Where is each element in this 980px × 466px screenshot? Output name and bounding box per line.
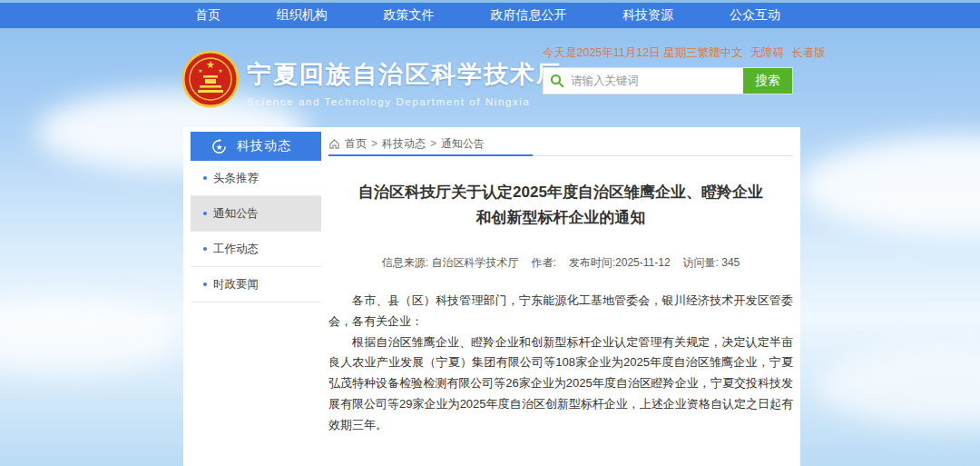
top-nav-items: 首页 组织机构 政策文件 政府信息公开 科技资源 公众互动 — [186, 3, 789, 28]
bullet-icon — [203, 176, 207, 180]
sidebar: ★ 科技动态 头条推荐 通知公告 工作动态 时政要闻 — [191, 132, 321, 302]
meta-author: 作者: — [531, 255, 555, 271]
breadcrumb: 首页 > 科技动态 > 通知公告 — [328, 132, 793, 156]
search-button[interactable]: 搜索 — [743, 68, 792, 94]
meta-publish-time: 发布时间:2025-11-12 — [569, 255, 671, 271]
breadcrumb-notices[interactable]: 通知公告 — [441, 136, 485, 152]
sidebar-item-notices[interactable]: 通知公告 — [191, 196, 321, 232]
article-title: 自治区科技厅关于认定2025年度自治区雏鹰企业、瞪羚企业 和创新型标杆企业的通知 — [328, 180, 793, 231]
top-nav-bar: 首页 组织机构 政策文件 政府信息公开 科技资源 公众互动 — [0, 3, 980, 28]
search-input[interactable] — [571, 68, 743, 94]
breadcrumb-accent-line — [328, 154, 533, 156]
svg-text:★: ★ — [198, 68, 202, 74]
nav-item-organization[interactable]: 组织机构 — [268, 7, 337, 24]
site-title-english: Science and Technology Department of Nin… — [247, 96, 563, 107]
svg-text:★: ★ — [218, 68, 222, 74]
link-traditional-chinese[interactable]: 繁體中文 — [698, 45, 743, 61]
nav-item-public-interaction[interactable]: 公众互动 — [720, 7, 789, 24]
meta-visits: 访问量: 345 — [683, 255, 740, 271]
breadcrumb-home[interactable]: 首页 — [345, 136, 367, 152]
article-meta: 信息来源: 自治区科学技术厅 作者: 发布时间:2025-11-12 访问量: … — [328, 255, 793, 271]
article-body: 各市、县（区）科技管理部门，宁东能源化工基地管委会，银川经济技术开发区管委会，各… — [328, 291, 793, 435]
paragraph: 各市、县（区）科技管理部门，宁东能源化工基地管委会，银川经济技术开发区管委会，各… — [328, 291, 793, 332]
home-icon — [328, 138, 340, 150]
sidebar-item-work-trends[interactable]: 工作动态 — [191, 232, 321, 267]
sidebar-item-current-politics[interactable]: 时政要闻 — [191, 267, 321, 302]
cloud-decoration — [799, 136, 980, 236]
search-bar: 搜索 — [543, 67, 793, 94]
search-icon — [544, 68, 571, 94]
nav-item-home[interactable]: 首页 — [186, 7, 230, 24]
nav-item-tech-resources[interactable]: 科技资源 — [613, 7, 682, 24]
svg-text:★: ★ — [206, 59, 215, 70]
paragraph: 根据自治区雏鹰企业、瞪羚企业和创新型标杆企业认定管理有关规定，决定认定半亩良人农… — [328, 332, 793, 436]
bullet-icon — [203, 212, 207, 215]
content-area: 首页 > 科技动态 > 通知公告 自治区科技厅关于认定2025年度自治区雏鹰企业… — [328, 132, 793, 466]
sidebar-menu: 头条推荐 通知公告 工作动态 时政要闻 — [191, 161, 321, 302]
bullet-icon — [203, 247, 207, 251]
current-date: 今天是2025年11月12日 星期三 — [543, 45, 698, 61]
nav-item-policy[interactable]: 政策文件 — [375, 7, 444, 24]
meta-source: 信息来源: 自治区科学技术厅 — [382, 255, 519, 271]
cloud-decoration — [0, 300, 181, 372]
site-title: 宁夏回族自治区科学技术厅 — [247, 58, 563, 91]
site-header: ★ ★ ★ 宁夏回族自治区科学技术厅 Science and Technolog… — [0, 33, 980, 124]
star-circle-icon: ★ — [211, 138, 228, 155]
link-senior-version[interactable]: 长者版 — [791, 45, 826, 61]
sidebar-header: ★ 科技动态 — [191, 132, 321, 161]
link-accessibility[interactable]: 无障碍 — [750, 45, 785, 61]
main-panel: ★ 科技动态 头条推荐 通知公告 工作动态 时政要闻 — [183, 127, 800, 466]
bullet-icon — [203, 283, 207, 286]
sidebar-item-headlines[interactable]: 头条推荐 — [191, 161, 321, 196]
breadcrumb-tech-news[interactable]: 科技动态 — [382, 136, 426, 152]
cloud-decoration — [817, 345, 980, 427]
nav-item-gov-info[interactable]: 政府信息公开 — [481, 7, 575, 24]
svg-text:★: ★ — [216, 143, 223, 152]
sidebar-title: 科技动态 — [237, 138, 291, 154]
national-emblem-logo: ★ ★ ★ — [181, 49, 240, 109]
